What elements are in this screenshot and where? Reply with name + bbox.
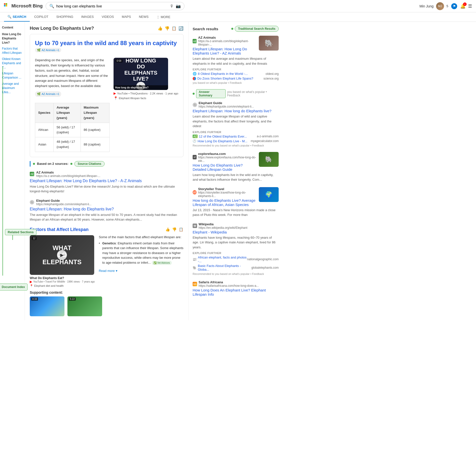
mic-button[interactable]: 🎙 [170,4,174,8]
nav-item-images[interactable]: IMAGES [78,12,97,22]
factors-yt-icon: ▶ [30,280,32,284]
nav-item-videos[interactable]: VIDEOS [98,12,117,22]
video-duration: 0:58 [116,59,122,62]
factors-location-icon: 📍 [30,284,33,288]
factors-thumbs-up[interactable]: 👍 [165,227,170,232]
explore-link-row-0-1: Do Zoos Shorten Elephant Life Spans? sci… [193,77,279,80]
search-input[interactable] [56,4,168,8]
explore-link-1-1[interactable]: 🕐 How Long Do Elephants Live - M... [193,139,247,143]
result-2-url: https://www.explorefauna.com/how-long-do… [198,156,256,163]
source-citation-button[interactable]: Source Citations [74,161,104,167]
factors-video-title: What Do Elephants Eat? [30,276,95,280]
support-dur-0: 0:33 [31,297,38,301]
sidebar-item-4[interactable]: Average and Maximum Lifes... [2,82,23,94]
explore-link-4-1[interactable]: 🐘 Basic Facts About Elephants - Globa... [193,264,251,271]
nav-item-search[interactable]: 🔍 SEARCH [4,12,30,22]
factors-section: Related Sections Factors that Affect Lif… [30,227,183,316]
sidebar-item-1[interactable]: Factors that Affect Lifespan [2,47,23,55]
result-4-title[interactable]: Elephant - Wikipedia [193,230,279,234]
source-0-title[interactable]: Elephant Lifespan: How Long Do Elephants… [30,179,183,183]
factors-actions: 👍 👎 📋 [165,227,183,232]
result-3-favicon: ST [193,190,197,195]
explore-link-row-0-0: 🌐 8 Oldest Elephants in the World -... o… [193,72,279,76]
supporting-thumbs: 0:33 5:22 [30,296,183,316]
right-header: Search results Traditional Search Result… [193,26,279,32]
explore-link-0-0[interactable]: 🌐 8 Oldest Elephants in the World -... [193,72,248,76]
factors-copy[interactable]: 📋 [179,227,183,232]
answer-video-thumb[interactable]: 0:58 HOW LONGDOELEPHANTSLIVE? ▶ How long… [114,58,168,90]
explore-link-0-1[interactable]: Do Zoos Shorten Elephant Life Spans? [193,77,253,80]
content-title: How Long Do Elephants Live? 👍 👎 📋 🔄 [30,26,183,31]
source-0-favicon: AZ [30,172,34,176]
explore-domain-0-1: science.org [264,77,279,80]
camera-button[interactable]: 📷 [176,4,181,8]
explore-link-4-0[interactable]: 📰 African elephant, facts and photos -..… [193,256,247,263]
tsr-button[interactable]: Traditional Search Results [235,26,279,32]
youtube-icon: ▶ [114,91,116,95]
source-tag-2[interactable]: 🌿 AZ Animals +1 [35,91,61,97]
source-1-desc: The average lifespan of an elephant in t… [30,212,183,222]
ge-icon: 🐘 [193,266,197,270]
factors-play-button[interactable]: ▶ [57,250,67,260]
source-1-favicon: 🐘 [30,200,34,204]
right-panel: Search results Traditional Search Result… [188,22,283,320]
factors-video-thumb[interactable]: 12 WHATDOELEPHANTS ▶ [30,235,94,275]
sidebar-title: Content [2,26,23,29]
notifications-button[interactable]: 🔔 2 [460,3,466,9]
result-2-source-row: ef explorefauna.com https://www.exploref… [193,152,256,163]
result-4-source-row: W Wikipedia https://en.wikipedia.org/wik… [193,222,279,230]
refresh-button[interactable]: 🔄 [178,26,183,31]
thumbs-up-button[interactable]: 👍 [158,26,163,31]
source-0-name: AZ Animals [36,171,100,174]
read-more-button[interactable]: Read more ▾ [99,269,117,273]
result-5-title[interactable]: How Long Does An Elephant Live? Elephant… [193,288,279,296]
rewards-badge[interactable]: ⚑ [451,3,458,10]
thumbs-down-button[interactable]: 👎 [165,26,170,31]
result-1: 🐘 Elephant Guide https://elephantguide.c… [193,101,279,147]
document-index-button[interactable]: Document Index [0,284,28,290]
nav-item-news[interactable]: NEWS [135,12,152,22]
result-0-source-row: AZ AZ Animals https://a-z-animals.com/bl… [193,36,256,46]
nav-item-copilot[interactable]: COPILOT [31,12,52,22]
nav-item-maps[interactable]: MAPS [118,12,134,22]
result-0-desc: Learn about the average and maximum life… [193,56,279,66]
sidebar-item-3[interactable]: Lifespan Comparison ... [2,71,23,80]
search-nav-icon: 🔍 [7,15,11,19]
location-text: Elephant lifespan facts [119,97,146,100]
result-3-desc: Jul 13, 2015 · Nasa's New Horizons missi… [193,208,279,217]
explore-globe-icon: 🌐 [193,72,197,76]
table-header-avg: Average Lifespan (years) [54,103,81,123]
support-thumb-0[interactable]: 0:33 [30,296,64,316]
clock-icon: 🕐 [193,139,196,143]
factors-location-text: Elephant diet and health [34,284,64,287]
answer-summary-row: Answer Summary you based on what's popul… [193,89,279,98]
video-source-text: YouTube • ThisQuestions · 2.2K views · 1… [117,92,178,95]
source-dot [33,163,35,165]
factors-text-col: Some of the main factors that affect ele… [99,235,183,288]
sidebar-item-0[interactable]: How Long Do Elephants Live? [2,32,23,45]
location-icon: 📍 [114,96,118,100]
result-0-content: 🐘 AZ AZ Animals https://a-z-animals.com/… [193,36,279,66]
nav-bar: 🔍 SEARCH COPILOT SHOPPING IMAGES VIDEOS … [0,12,476,22]
answer-summary-label: Answer Summary [196,89,226,98]
result-1-title[interactable]: Elephant Lifespan: How long do Elephants… [193,109,279,113]
copy-button[interactable]: 📋 [172,26,177,31]
answer-body: Depending on the species, sex, and origi… [35,58,178,152]
title-actions: 👍 👎 📋 🔄 [158,26,183,31]
result-3-source-row: ST Storyteller Travel https://storytelle… [193,187,256,198]
support-thumb-1[interactable]: 5:22 [67,296,102,316]
factor-genetics-term: Genetics [102,241,116,245]
source-tag[interactable]: 🌿 AZ Animals +1 [35,48,61,52]
factors-location: 📍 Elephant diet and health [30,284,95,288]
nav-more[interactable]: ⋮ MORE [153,12,174,22]
explore-link-1-0[interactable]: AZ 12 of the Oldest Elephants Ever... [193,135,247,138]
vet-icon: ✅ [153,261,156,265]
explore-further-label-4: EXPLORE FURTHER [193,252,279,255]
source-1-title[interactable]: Elephant Lifespan: How long do Elephants… [30,207,183,211]
sources-bar: Based on 2 sources: Source Citations [30,161,183,167]
sidebar-item-2[interactable]: Oldest Known Elephants and T... [2,57,23,69]
result-4-url: https://en.wikipedia.org/wiki/Elephant [199,226,247,230]
factors-thumbs-down[interactable]: 👎 [172,227,177,232]
hamburger-menu-button[interactable]: ☰ [468,3,472,9]
nav-item-shopping[interactable]: SHOPPING [53,12,77,22]
